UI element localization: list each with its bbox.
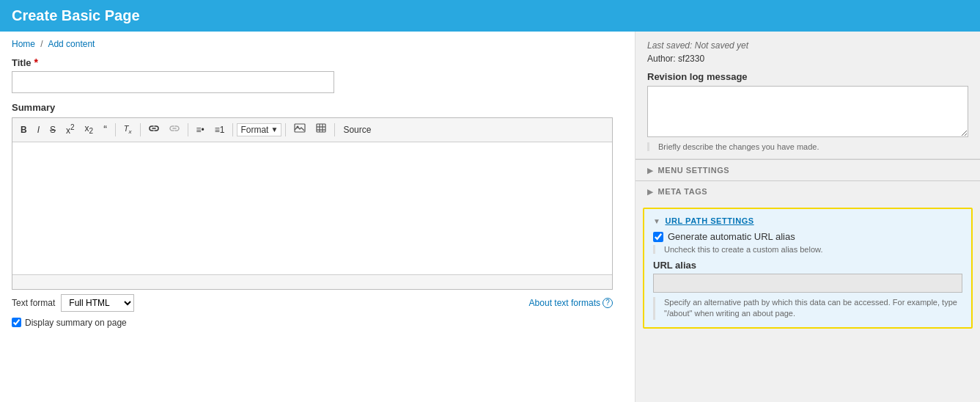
toolbar-unlink-button[interactable]: [165, 122, 184, 139]
toolbar-removeformat-button[interactable]: Tx: [119, 121, 136, 138]
toolbar-link-button[interactable]: [144, 122, 163, 139]
toolbar-bulletlist-button[interactable]: ≡•: [192, 122, 209, 139]
page-title: Create Basic Page: [12, 7, 140, 23]
toolbar-source-button[interactable]: Source: [339, 122, 375, 139]
format-arrow-icon: ▼: [270, 125, 278, 134]
title-label: Title *: [12, 56, 623, 68]
page-header: Create Basic Page: [0, 0, 980, 32]
summary-label: Summary: [12, 102, 623, 113]
url-path-arrow-icon: ▼: [653, 217, 660, 225]
text-format-left: Text format Full HTMLBasic HTMLPlain tex…: [12, 294, 134, 312]
toolbar-sep-6: [334, 123, 335, 136]
toolbar-italic-button[interactable]: I: [33, 122, 44, 139]
toolbar-bold-button[interactable]: B: [16, 122, 32, 139]
main-layout: Home / Add content Title * Summary B I S…: [0, 32, 980, 402]
menu-settings-toggle[interactable]: ▶ MENU SETTINGS: [647, 166, 968, 175]
title-input[interactable]: [12, 71, 334, 93]
breadcrumb-home[interactable]: Home: [12, 39, 35, 49]
editor-body[interactable]: [12, 142, 612, 274]
meta-tags-toggle[interactable]: ▶ META TAGS: [647, 187, 968, 196]
required-star: *: [34, 56, 38, 68]
author-line: Author: sf2330: [647, 54, 968, 64]
url-alias-label: URL alias: [653, 260, 962, 271]
url-path-toggle[interactable]: ▼ URL PATH SETTINGS: [653, 216, 962, 225]
meta-tags-label: META TAGS: [658, 187, 708, 196]
editor-container: B I S x2 x2 “ Tx: [12, 117, 613, 290]
right-pane: Last saved: Not saved yet Author: sf2330…: [635, 32, 980, 402]
menu-settings-label: MENU SETTINGS: [658, 166, 730, 175]
toolbar-table-button[interactable]: [312, 121, 331, 139]
url-checkbox-label: Generate automatic URL alias: [668, 231, 795, 242]
about-formats-link[interactable]: About text formats ?: [529, 298, 613, 308]
url-uncheck-help: Uncheck this to create a custom alias be…: [653, 245, 962, 254]
revision-log-label: Revision log message: [647, 71, 968, 82]
toolbar-numberedlist-button[interactable]: ≡1: [210, 122, 229, 139]
format-label: Format: [240, 125, 268, 135]
url-alias-input[interactable]: [653, 274, 962, 293]
url-alias-help: Specify an alternative path by which thi…: [653, 297, 962, 320]
url-alias-checkbox[interactable]: [653, 232, 663, 242]
format-dropdown[interactable]: Format ▼: [237, 123, 281, 136]
toolbar-sep-3: [188, 123, 188, 136]
toolbar-blockquote-button[interactable]: “: [99, 120, 111, 139]
toolbar-sep-5: [285, 123, 286, 136]
toolbar-sep-4: [232, 123, 233, 136]
text-format-select[interactable]: Full HTMLBasic HTMLPlain text: [61, 294, 134, 312]
display-summary-checkbox[interactable]: [12, 318, 21, 327]
display-summary-row: Display summary on page: [12, 318, 623, 328]
toolbar-subscript-button[interactable]: x2: [81, 120, 98, 139]
url-path-section: ▼ URL PATH SETTINGS Generate automatic U…: [643, 208, 973, 329]
sidebar-top: Last saved: Not saved yet Author: sf2330…: [635, 32, 980, 159]
toolbar-superscript-button[interactable]: x2: [62, 120, 79, 139]
revision-help-text: Briefly describe the changes you have ma…: [647, 142, 968, 151]
meta-tags-arrow-icon: ▶: [647, 188, 654, 196]
display-summary-label: Display summary on page: [25, 318, 127, 328]
url-checkbox-row: Generate automatic URL alias: [653, 231, 962, 242]
svg-rect-2: [317, 124, 325, 132]
menu-settings-section: ▶ MENU SETTINGS: [635, 159, 980, 180]
help-circle-icon: ?: [603, 298, 613, 308]
editor-toolbar: B I S x2 x2 “ Tx: [12, 118, 612, 142]
breadcrumb-sep: /: [40, 39, 43, 49]
menu-settings-arrow-icon: ▶: [647, 167, 654, 175]
breadcrumb: Home / Add content: [12, 39, 623, 49]
left-pane: Home / Add content Title * Summary B I S…: [0, 32, 635, 402]
last-saved-text: Last saved: Not saved yet: [647, 40, 968, 51]
toolbar-sep-2: [140, 123, 141, 136]
editor-footer: [12, 274, 612, 289]
text-format-row: Text format Full HTMLBasic HTMLPlain tex…: [12, 294, 613, 312]
url-path-title: URL PATH SETTINGS: [665, 216, 754, 225]
revision-log-textarea[interactable]: [647, 86, 968, 137]
meta-tags-section: ▶ META TAGS: [635, 180, 980, 202]
breadcrumb-current[interactable]: Add content: [48, 39, 95, 49]
toolbar-image-button[interactable]: [290, 121, 310, 139]
text-format-label: Text format: [12, 298, 55, 308]
toolbar-strikethrough-button[interactable]: S: [45, 122, 60, 139]
toolbar-sep-1: [115, 123, 116, 136]
